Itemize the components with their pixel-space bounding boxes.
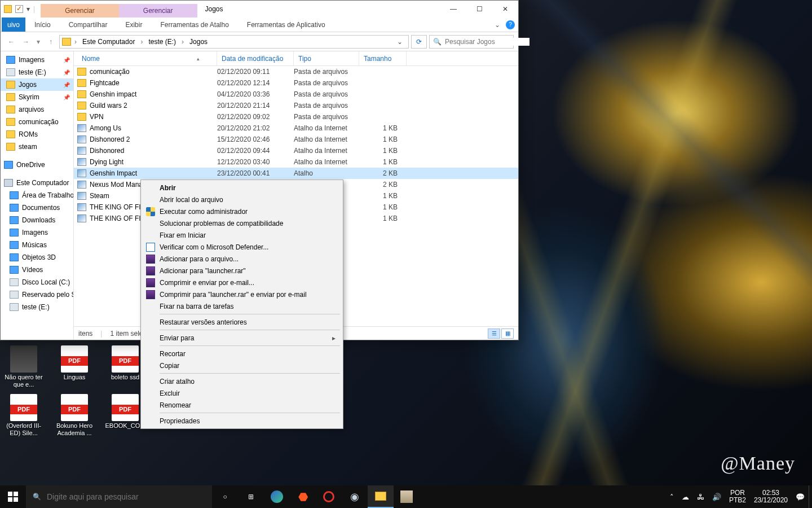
qat-folder-icon[interactable] bbox=[4, 5, 12, 13]
close-button[interactable]: ✕ bbox=[492, 1, 518, 17]
back-button[interactable]: ← bbox=[5, 36, 17, 48]
context-menu-item[interactable]: Adicionar para o arquivo... bbox=[143, 253, 341, 265]
context-menu-item[interactable]: Comprimir e enviar por e-mail... bbox=[143, 277, 341, 288]
context-menu-item[interactable]: Recortar bbox=[143, 348, 341, 360]
cortana-button[interactable]: ○ bbox=[212, 485, 238, 508]
taskbar-edge[interactable] bbox=[264, 485, 290, 508]
context-menu-item[interactable]: Criar atalho bbox=[143, 375, 341, 387]
context-menu-item[interactable]: Executar como administrador bbox=[143, 205, 341, 217]
file-row[interactable]: Among Us20/12/2020 21:02Atalho da Intern… bbox=[74, 122, 518, 134]
minimize-button[interactable]: — bbox=[440, 1, 466, 17]
desktop-icon[interactable]: (Overlord III-ED) Sile... bbox=[3, 394, 44, 437]
context-menu-item[interactable]: Restaurar versões anteriores bbox=[143, 316, 341, 328]
context-menu-item[interactable]: Solucionar problemas de compatibilidade bbox=[143, 217, 341, 229]
tray-onedrive-icon[interactable]: ☁ bbox=[678, 485, 693, 508]
search-input[interactable] bbox=[445, 38, 529, 46]
ribbon-tab-shortcut-tools[interactable]: Ferramentas de Atalho bbox=[151, 17, 237, 32]
view-large-button[interactable]: ▦ bbox=[501, 329, 514, 339]
col-date[interactable]: Data de modificação bbox=[217, 51, 294, 65]
file-row[interactable]: Genshin impact04/12/2020 03:36Pasta de a… bbox=[74, 89, 518, 100]
crumb-folder[interactable]: Jogos bbox=[187, 38, 210, 46]
taskbar-brave[interactable]: ⬣ bbox=[290, 485, 316, 508]
sidebar-item[interactable]: teste (E:)📌 bbox=[1, 66, 73, 78]
ribbon-tab-app-tools[interactable]: Ferramentas de Aplicativo bbox=[238, 17, 334, 32]
contextual-tab[interactable]: Gerenciar bbox=[41, 4, 119, 17]
desktop-icon[interactable]: EBOOK_CO... bbox=[105, 394, 145, 437]
context-menu-item[interactable]: Copiar bbox=[143, 360, 341, 371]
maximize-button[interactable]: ☐ bbox=[466, 1, 492, 17]
context-menu-item[interactable]: Propriedades bbox=[143, 415, 341, 427]
col-name[interactable]: Nome bbox=[77, 51, 217, 65]
recent-locations[interactable]: ▾ bbox=[34, 36, 42, 48]
context-menu-item[interactable]: Enviar para▸ bbox=[143, 332, 341, 344]
desktop-icon[interactable]: Linguas bbox=[54, 345, 95, 388]
taskbar-steam[interactable]: ◉ bbox=[342, 485, 368, 508]
file-row[interactable]: comunicação02/12/2020 09:11Pasta de arqu… bbox=[74, 66, 518, 77]
ribbon-tab-view[interactable]: Exibir bbox=[116, 17, 151, 32]
sidebar-item[interactable]: Documentos bbox=[1, 202, 73, 214]
col-size[interactable]: Tamanho bbox=[359, 51, 407, 65]
crumb-pc[interactable]: Este Computador bbox=[80, 38, 137, 46]
context-menu-item[interactable]: Renomear bbox=[143, 399, 341, 411]
sidebar-item[interactable]: steam bbox=[1, 141, 73, 153]
desktop-icon[interactable]: Não quero ter que e... bbox=[3, 345, 44, 388]
ribbon-file[interactable]: uivo bbox=[2, 17, 25, 32]
tray-language[interactable]: PORPTB2 bbox=[725, 485, 750, 508]
taskbar-search[interactable]: 🔍 bbox=[26, 485, 212, 508]
context-menu-item[interactable]: Comprimir para "launcher.rar" e enviar p… bbox=[143, 288, 341, 300]
taskbar-explorer[interactable] bbox=[368, 485, 394, 508]
tray-clock[interactable]: 02:5323/12/2020 bbox=[750, 485, 792, 508]
sidebar-item[interactable]: Músicas bbox=[1, 239, 73, 251]
ribbon-tab-home[interactable]: Início bbox=[25, 17, 60, 32]
sidebar-item[interactable]: comunicação bbox=[1, 116, 73, 128]
context-menu-item[interactable]: Abrir bbox=[143, 182, 341, 194]
qat-checkbox[interactable]: ✓ bbox=[15, 5, 23, 13]
view-details-button[interactable]: ☰ bbox=[488, 329, 500, 339]
sidebar-item[interactable]: Downloads bbox=[1, 214, 73, 226]
contextual-tab[interactable]: Gerenciar bbox=[119, 4, 197, 17]
crumb-drive[interactable]: teste (E:) bbox=[146, 38, 178, 46]
sidebar-item[interactable]: Área de Trabalho bbox=[1, 189, 73, 202]
sidebar-item[interactable]: ROMs bbox=[1, 128, 73, 141]
address-bar[interactable]: › Este Computador› teste (E:)› Jogos ⌄ bbox=[59, 35, 409, 49]
tray-notifications-icon[interactable]: 💬 bbox=[792, 485, 809, 508]
file-row[interactable]: VPN02/12/2020 09:02Pasta de arquivos bbox=[74, 111, 518, 122]
sidebar-item[interactable]: Vídeos bbox=[1, 264, 73, 276]
sidebar-item[interactable]: Imagens bbox=[1, 226, 73, 239]
tray-volume-icon[interactable]: 🔊 bbox=[708, 485, 725, 508]
show-desktop-button[interactable] bbox=[809, 485, 812, 508]
taskbar-app[interactable] bbox=[394, 485, 420, 508]
sidebar-item[interactable]: arquivos bbox=[1, 103, 73, 116]
desktop-icon[interactable]: Bokuno Hero Academia ... bbox=[54, 394, 95, 437]
context-menu-item[interactable]: Fixar na barra de tarefas bbox=[143, 300, 341, 312]
sidebar-item[interactable]: teste (E:) bbox=[1, 301, 73, 313]
sidebar-item[interactable]: Reservado pelo S bbox=[1, 288, 73, 301]
file-row[interactable]: Dishonored 215/12/2020 02:46Atalho da In… bbox=[74, 134, 518, 145]
file-row[interactable]: Dying Light12/12/2020 03:40Atalho da Int… bbox=[74, 156, 518, 168]
nav-pane[interactable]: Imagens📌teste (E:)📌Jogos📌Skyrim📌arquivos… bbox=[1, 51, 74, 340]
sidebar-item[interactable]: OneDrive bbox=[1, 159, 73, 171]
task-view-button[interactable]: ⊞ bbox=[238, 485, 264, 508]
sidebar-item[interactable]: Skyrim📌 bbox=[1, 91, 73, 103]
ribbon-tab-share[interactable]: Compartilhar bbox=[60, 17, 117, 32]
file-row[interactable]: Dishonored02/12/2020 09:44Atalho da Inte… bbox=[74, 145, 518, 156]
context-menu-item[interactable]: Adicionar para "launcher.rar" bbox=[143, 265, 341, 277]
start-button[interactable] bbox=[0, 485, 26, 508]
tray-overflow[interactable]: ˄ bbox=[666, 485, 678, 508]
context-menu-item[interactable]: Excluir bbox=[143, 387, 341, 399]
file-row[interactable]: Guild wars 220/12/2020 21:14Pasta de arq… bbox=[74, 100, 518, 111]
file-row[interactable]: Genshin Impact23/12/2020 00:41Atalho2 KB bbox=[74, 168, 518, 179]
context-menu-item[interactable]: Abrir local do arquivo bbox=[143, 194, 341, 205]
sidebar-item[interactable]: Jogos📌 bbox=[1, 78, 73, 91]
forward-button[interactable]: → bbox=[20, 36, 32, 48]
context-menu-item[interactable]: Verificar com o Microsoft Defender... bbox=[143, 241, 341, 253]
sidebar-item[interactable]: Este Computador bbox=[1, 177, 73, 189]
help-icon[interactable]: ? bbox=[506, 20, 515, 29]
sidebar-item[interactable]: Imagens📌 bbox=[1, 54, 73, 66]
up-button[interactable]: ↑ bbox=[45, 36, 57, 48]
taskbar-opera[interactable] bbox=[316, 485, 342, 508]
refresh-button[interactable]: ⟳ bbox=[411, 35, 427, 49]
file-row[interactable]: Fightcade02/12/2020 12:14Pasta de arquiv… bbox=[74, 77, 518, 89]
address-dropdown[interactable]: ⌄ bbox=[394, 38, 406, 46]
qat-dropdown[interactable]: ▾ bbox=[27, 5, 30, 13]
